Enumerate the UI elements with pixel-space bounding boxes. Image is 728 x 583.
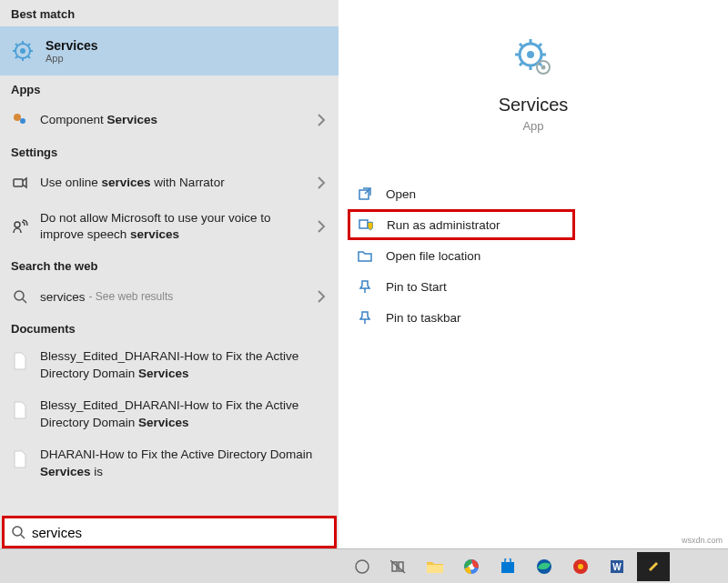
edge-icon[interactable] <box>528 552 561 581</box>
web-result[interactable]: services - See web results <box>0 278 339 315</box>
setting-label: Do not allow Microsoft to use your voice… <box>40 210 328 243</box>
section-search-web: Search the web <box>0 252 339 278</box>
svg-line-25 <box>539 44 541 46</box>
svg-line-8 <box>15 56 17 58</box>
action-label: Open <box>386 187 416 201</box>
svg-line-33 <box>21 535 25 538</box>
svg-point-34 <box>356 560 369 573</box>
svg-point-27 <box>541 65 546 70</box>
section-settings: Settings <box>0 138 339 165</box>
svg-point-13 <box>15 222 20 227</box>
pin-icon <box>357 309 373 326</box>
search-input[interactable] <box>26 525 329 540</box>
document-icon <box>11 448 29 470</box>
svg-line-7 <box>28 56 30 58</box>
action-open-file-location[interactable]: Open file location <box>349 240 717 271</box>
document-result[interactable]: Blessy_Edited_DHARANI-How to Fix the Act… <box>0 341 339 390</box>
section-apps: Apps <box>0 75 339 102</box>
app-icon-red[interactable] <box>564 552 597 581</box>
section-documents: Documents <box>0 315 339 341</box>
chevron-right-icon <box>318 220 326 233</box>
document-icon <box>11 399 29 421</box>
svg-rect-12 <box>14 179 23 186</box>
app-icon-dark[interactable] <box>637 552 670 581</box>
doc-label: DHARANI-How to Fix the Active Directory … <box>40 447 328 481</box>
svg-point-44 <box>578 564 583 569</box>
svg-rect-29 <box>359 220 368 228</box>
action-label: Run as administrator <box>387 218 500 232</box>
app-result-component-services[interactable]: Component Services <box>0 102 339 138</box>
svg-text:W: W <box>612 562 622 572</box>
folder-icon <box>357 247 373 264</box>
word-icon[interactable]: W <box>601 552 633 581</box>
pin-icon <box>357 278 373 295</box>
setting-label: Use online services with Narrator <box>40 175 328 191</box>
best-match-result[interactable]: Services App <box>0 26 339 75</box>
svg-point-10 <box>14 114 21 121</box>
svg-rect-41 <box>501 562 514 573</box>
svg-line-9 <box>28 44 30 45</box>
document-result[interactable]: DHARANI-How to Fix the Active Directory … <box>0 439 339 488</box>
svg-point-14 <box>15 291 24 300</box>
open-icon <box>357 186 373 202</box>
search-results-panel: Best match Services App Apps Component S… <box>0 0 339 548</box>
watermark: wsxdn.com <box>682 536 723 545</box>
best-match-sub: App <box>46 53 98 64</box>
task-view-icon[interactable] <box>382 552 415 581</box>
details-sub: App <box>522 119 543 133</box>
services-gear-icon <box>11 39 35 63</box>
web-term: services <box>40 290 86 304</box>
chevron-right-icon <box>318 114 326 126</box>
app-result-label: Component Services <box>40 112 328 128</box>
search-icon <box>11 287 29 306</box>
doc-label: Blessy_Edited_DHARANI-How to Fix the Act… <box>40 397 328 432</box>
svg-point-11 <box>20 118 25 124</box>
action-open[interactable]: Open <box>349 178 717 209</box>
services-gear-large-icon <box>512 36 554 78</box>
speech-icon <box>11 217 29 236</box>
document-icon <box>11 350 29 372</box>
taskbar: W <box>0 548 728 583</box>
search-bar[interactable] <box>2 516 337 548</box>
narrator-icon <box>11 174 29 192</box>
svg-line-24 <box>520 63 522 65</box>
chevron-right-icon <box>318 176 326 189</box>
store-icon[interactable] <box>491 552 524 581</box>
best-match-text: Services App <box>46 38 98 64</box>
svg-line-22 <box>520 44 522 46</box>
action-label: Pin to taskbar <box>386 311 461 325</box>
web-sub: - See web results <box>89 290 174 303</box>
action-pin-to-taskbar[interactable]: Pin to taskbar <box>349 302 717 333</box>
component-services-icon <box>11 111 29 129</box>
svg-line-6 <box>15 44 17 45</box>
setting-speech-services[interactable]: Do not allow Microsoft to use your voice… <box>0 201 339 252</box>
details-panel: Services App Open Run as administrator O… <box>339 0 728 548</box>
chrome-icon[interactable] <box>455 552 488 581</box>
setting-narrator-services[interactable]: Use online services with Narrator <box>0 165 339 201</box>
cortana-icon[interactable] <box>346 552 379 581</box>
section-best-match: Best match <box>0 0 339 26</box>
doc-label: Blessy_Edited_DHARANI-How to Fix the Act… <box>40 348 328 383</box>
chevron-right-icon <box>318 290 326 303</box>
action-run-as-admin[interactable]: Run as administrator <box>348 209 575 240</box>
action-label: Pin to Start <box>386 280 447 294</box>
action-label: Open file location <box>386 249 480 263</box>
svg-point-1 <box>20 48 25 54</box>
file-explorer-icon[interactable] <box>419 552 451 581</box>
document-result[interactable]: Blessy_Edited_DHARANI-How to Fix the Act… <box>0 390 339 439</box>
svg-rect-38 <box>427 565 443 573</box>
action-list: Open Run as administrator Open file loca… <box>339 178 728 333</box>
svg-line-15 <box>23 299 26 303</box>
svg-point-32 <box>13 527 22 536</box>
search-icon <box>10 524 26 540</box>
action-pin-to-start[interactable]: Pin to Start <box>349 271 717 302</box>
admin-shield-icon <box>358 216 374 233</box>
details-title: Services <box>499 95 569 116</box>
best-match-title: Services <box>46 38 98 53</box>
svg-point-17 <box>527 51 534 58</box>
